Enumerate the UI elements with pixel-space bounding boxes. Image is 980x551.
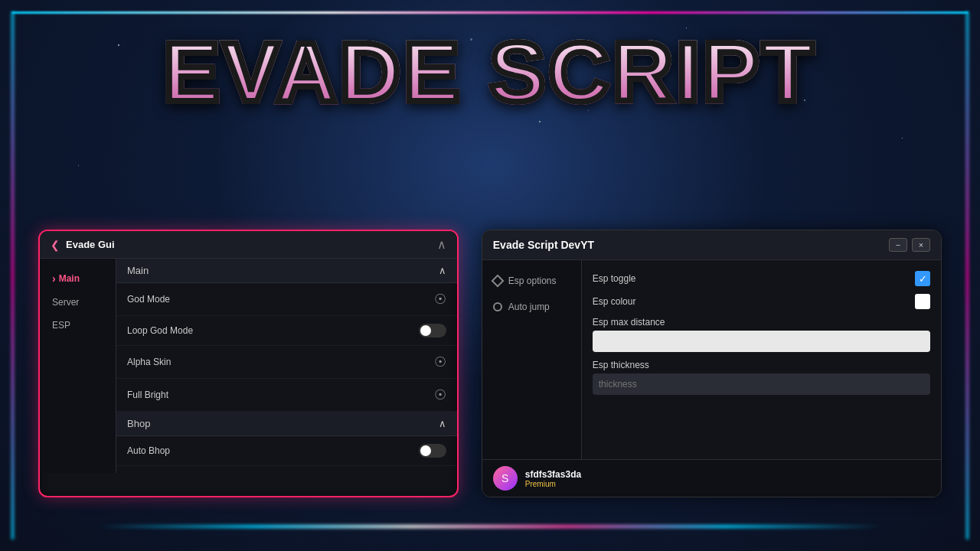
left-panel-title: Evade Gui	[66, 239, 115, 250]
left-panel-header: ❮ Evade Gui ∧	[40, 231, 457, 259]
left-panel: ❮ Evade Gui ∧ Main Server ESP Main ∧	[38, 230, 459, 497]
sidebar-item-esp[interactable]: ESP	[40, 314, 116, 337]
esp-row-toggle: Esp toggle ✓	[593, 271, 930, 286]
left-panel-collapse-icon[interactable]: ∧	[437, 237, 446, 252]
esp-distance-input[interactable]	[593, 331, 930, 352]
feature-label-auto-bhop: Auto Bhop	[127, 445, 170, 456]
feature-row-bhop-cooldown: Bhop cooldown	[116, 466, 457, 473]
esp-row-colour: Esp colour	[593, 294, 930, 309]
section-header-bhop: Bhop ∧	[116, 412, 457, 436]
fingerprint-icon-full-bright[interactable]: ☉	[434, 386, 446, 403]
sidebar-item-esp-options[interactable]: Esp options	[482, 268, 581, 294]
section-header-main-collapse[interactable]: ∧	[439, 265, 446, 276]
sidebar-item-auto-jump[interactable]: Auto jump	[482, 294, 581, 320]
bottom-neon-glow	[98, 525, 882, 528]
user-avatar: S	[493, 466, 518, 491]
section-header-bhop-label: Bhop	[127, 418, 150, 429]
feature-label-loop-god-mode: Loop God Mode	[127, 325, 193, 336]
feature-label-god-mode: God Mode	[127, 294, 170, 305]
toggle-loop-god-mode[interactable]	[419, 324, 446, 337]
esp-thickness-group: Esp thickness	[593, 360, 930, 395]
right-main-content: Esp toggle ✓ Esp colour Esp max distance…	[582, 260, 941, 459]
esp-toggle-label: Esp toggle	[593, 273, 636, 284]
window-controls: − ×	[889, 238, 930, 252]
sidebar-item-server[interactable]: Server	[40, 291, 116, 314]
feature-row-god-mode: God Mode ☉	[116, 283, 457, 316]
left-panel-body: Main Server ESP Main ∧ God Mode ☉ Loop G…	[40, 259, 457, 473]
esp-thickness-label: Esp thickness	[593, 360, 930, 370]
esp-distance-label: Esp max distance	[593, 317, 930, 328]
esp-toggle-checkbox[interactable]: ✓	[915, 271, 930, 286]
esp-colour-picker[interactable]	[915, 294, 930, 309]
main-title: EVADE SCRIPT	[164, 23, 817, 120]
avatar-initials: S	[501, 472, 508, 484]
section-header-main-label: Main	[127, 265, 149, 276]
diamond-icon	[491, 275, 504, 288]
feature-row-loop-god-mode: Loop God Mode	[116, 316, 457, 346]
toggle-auto-bhop[interactable]	[419, 444, 446, 458]
minimize-button[interactable]: −	[889, 238, 907, 252]
left-panel-header-left: ❮ Evade Gui	[51, 239, 115, 251]
fingerprint-icon-alpha-skin[interactable]: ☉	[434, 354, 446, 370]
feature-row-full-bright: Full Bright ☉	[116, 379, 457, 412]
left-panel-sidebar: Main Server ESP	[40, 259, 116, 473]
esp-colour-label: Esp colour	[593, 296, 636, 307]
feature-label-alpha-skin: Alpha Skin	[127, 357, 171, 367]
esp-distance-group: Esp max distance	[593, 317, 930, 352]
esp-thickness-input[interactable]	[593, 373, 930, 395]
right-panel-header: Evade Script DevYT − ×	[482, 230, 941, 260]
sidebar-item-main[interactable]: Main	[40, 266, 116, 291]
auto-jump-label: Auto jump	[508, 302, 550, 312]
title-area: EVADE SCRIPT	[0, 23, 980, 120]
circle-icon	[493, 302, 502, 311]
right-panel-body: Esp options Auto jump Esp toggle ✓ Esp c…	[482, 260, 941, 459]
user-badge: Premium	[525, 480, 581, 488]
left-main-content: Main ∧ God Mode ☉ Loop God Mode Alpha Sk…	[116, 259, 457, 473]
username: sfdfs3fas3da	[525, 469, 581, 480]
user-info-bar: S sfdfs3fas3da Premium	[482, 459, 941, 497]
fingerprint-icon-god-mode[interactable]: ☉	[434, 291, 446, 308]
feature-row-alpha-skin: Alpha Skin ☉	[116, 346, 457, 379]
close-button[interactable]: ×	[912, 238, 930, 252]
right-panel-title: Evade Script DevYT	[493, 239, 594, 251]
feature-label-full-bright: Full Bright	[127, 390, 168, 400]
top-neon-glow	[11, 11, 969, 14]
right-panel: Evade Script DevYT − × Esp options Auto …	[482, 230, 942, 497]
panels-container: ❮ Evade Gui ∧ Main Server ESP Main ∧	[38, 230, 942, 497]
user-details: sfdfs3fas3da Premium	[525, 469, 581, 488]
right-panel-sidebar: Esp options Auto jump	[482, 260, 582, 459]
section-header-bhop-collapse[interactable]: ∧	[439, 418, 446, 429]
feature-row-auto-bhop: Auto Bhop	[116, 436, 457, 466]
chevron-left-icon: ❮	[51, 239, 60, 251]
section-header-main: Main ∧	[116, 259, 457, 283]
esp-options-label: Esp options	[508, 276, 557, 286]
